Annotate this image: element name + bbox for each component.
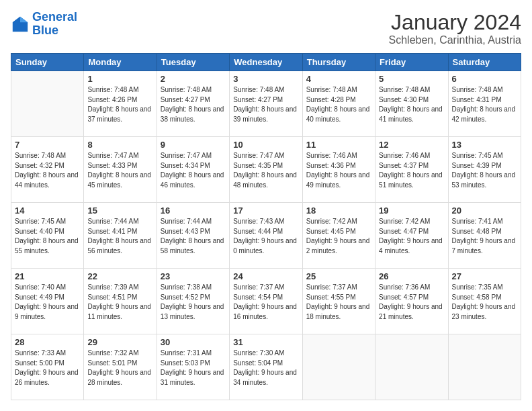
calendar-day-cell: 13 Sunrise: 7:45 AM Sunset: 4:39 PM Dayl… [448,137,521,203]
sunrise: Sunrise: 7:47 AM [233,152,284,159]
sunrise: Sunrise: 7:37 AM [306,283,357,291]
title-block: January 2024 Schleben, Carinthia, Austri… [389,11,521,46]
day-info: Sunrise: 7:32 AM Sunset: 5:01 PM Dayligh… [87,349,152,387]
daylight: Daylight: 8 hours and 39 minutes. [233,105,297,123]
calendar-day-cell: 23 Sunrise: 7:38 AM Sunset: 4:52 PM Dayl… [157,269,229,334]
day-number: 21 [15,271,80,281]
sunset: Sunset: 4:43 PM [161,228,210,235]
calendar-day-cell: 9 Sunrise: 7:47 AM Sunset: 4:34 PM Dayli… [157,137,229,203]
logo: General Blue [11,11,77,38]
day-number: 17 [233,205,298,216]
calendar-day-cell: 5 Sunrise: 7:48 AM Sunset: 4:30 PM Dayli… [375,71,448,137]
day-number: 5 [379,74,444,84]
day-info: Sunrise: 7:33 AM Sunset: 5:00 PM Dayligh… [15,349,80,387]
day-info: Sunrise: 7:31 AM Sunset: 5:03 PM Dayligh… [161,349,226,387]
calendar-table: Sunday Monday Tuesday Wednesday Thursday… [11,53,521,400]
day-number: 24 [233,271,298,281]
sunrise: Sunrise: 7:44 AM [87,218,138,225]
calendar-day-cell [11,71,84,137]
calendar-day-cell [375,334,448,400]
sunset: Sunset: 4:39 PM [452,162,502,169]
calendar-day-cell: 28 Sunrise: 7:33 AM Sunset: 5:00 PM Dayl… [11,334,84,400]
calendar-day-cell: 12 Sunrise: 7:46 AM Sunset: 4:37 PM Dayl… [375,137,448,203]
sunrise: Sunrise: 7:48 AM [452,86,503,93]
daylight: Daylight: 9 hours and 18 minutes. [306,303,370,320]
daylight: Daylight: 9 hours and 34 minutes. [233,369,297,386]
day-info: Sunrise: 7:48 AM Sunset: 4:31 PM Dayligh… [452,85,517,124]
calendar-day-cell: 1 Sunrise: 7:48 AM Sunset: 4:26 PM Dayli… [84,71,157,137]
sunset: Sunset: 4:49 PM [15,293,64,301]
day-number: 15 [87,205,152,216]
calendar-day-cell: 17 Sunrise: 7:43 AM Sunset: 4:44 PM Dayl… [230,203,302,269]
day-number: 6 [452,74,517,84]
daylight: Daylight: 9 hours and 23 minutes. [452,303,516,320]
calendar-day-cell: 14 Sunrise: 7:45 AM Sunset: 4:40 PM Dayl… [11,203,84,269]
calendar-week-row: 21 Sunrise: 7:40 AM Sunset: 4:49 PM Dayl… [11,269,521,334]
sunset: Sunset: 4:28 PM [306,96,356,103]
day-number: 25 [306,271,371,281]
day-info: Sunrise: 7:37 AM Sunset: 4:55 PM Dayligh… [306,283,371,322]
day-number: 12 [379,140,444,150]
sunrise: Sunrise: 7:39 AM [87,283,138,291]
daylight: Daylight: 8 hours and 45 minutes. [87,171,151,189]
sunset: Sunset: 4:27 PM [233,96,283,103]
sunrise: Sunrise: 7:45 AM [452,152,503,159]
day-number: 30 [161,337,226,347]
sunset: Sunset: 4:45 PM [306,228,356,235]
daylight: Daylight: 8 hours and 46 minutes. [161,171,224,189]
daylight: Daylight: 9 hours and 7 minutes. [452,237,516,255]
calendar-day-cell: 15 Sunrise: 7:44 AM Sunset: 4:41 PM Dayl… [84,203,157,269]
day-info: Sunrise: 7:48 AM Sunset: 4:27 PM Dayligh… [233,85,298,124]
weekday-header-row: Sunday Monday Tuesday Wednesday Thursday… [11,54,521,71]
day-info: Sunrise: 7:48 AM Sunset: 4:26 PM Dayligh… [87,85,152,124]
day-number: 27 [452,271,517,281]
sunset: Sunset: 4:55 PM [306,293,356,301]
day-info: Sunrise: 7:48 AM Sunset: 4:27 PM Dayligh… [161,85,226,124]
calendar-day-cell: 19 Sunrise: 7:42 AM Sunset: 4:47 PM Dayl… [375,203,448,269]
day-info: Sunrise: 7:35 AM Sunset: 4:58 PM Dayligh… [452,283,517,322]
daylight: Daylight: 8 hours and 37 minutes. [87,105,151,123]
sunset: Sunset: 5:04 PM [233,359,283,367]
calendar-day-cell: 2 Sunrise: 7:48 AM Sunset: 4:27 PM Dayli… [157,71,229,137]
day-info: Sunrise: 7:47 AM Sunset: 4:35 PM Dayligh… [233,151,298,190]
daylight: Daylight: 9 hours and 28 minutes. [87,369,151,386]
page: General Blue January 2024 Schleben, Cari… [0,0,532,411]
day-info: Sunrise: 7:30 AM Sunset: 5:04 PM Dayligh… [233,349,298,387]
day-number: 13 [452,140,517,150]
day-info: Sunrise: 7:43 AM Sunset: 4:44 PM Dayligh… [233,217,298,256]
day-info: Sunrise: 7:41 AM Sunset: 4:48 PM Dayligh… [452,217,517,256]
day-number: 18 [306,205,371,216]
day-info: Sunrise: 7:44 AM Sunset: 4:43 PM Dayligh… [161,217,226,256]
day-number: 9 [161,140,226,150]
sunset: Sunset: 4:35 PM [233,162,283,169]
sunset: Sunset: 5:00 PM [15,359,64,367]
day-number: 2 [161,74,226,84]
daylight: Daylight: 9 hours and 26 minutes. [15,369,79,386]
sunrise: Sunrise: 7:31 AM [161,349,212,357]
daylight: Daylight: 8 hours and 56 minutes. [87,237,151,255]
sunrise: Sunrise: 7:42 AM [306,218,357,225]
sunset: Sunset: 4:26 PM [87,96,137,103]
calendar-day-cell [448,334,521,400]
sunset: Sunset: 4:33 PM [87,162,137,169]
day-info: Sunrise: 7:40 AM Sunset: 4:49 PM Dayligh… [15,283,80,322]
sunset: Sunset: 4:32 PM [15,162,64,169]
daylight: Daylight: 9 hours and 9 minutes. [15,303,79,320]
day-number: 7 [15,140,80,150]
daylight: Daylight: 9 hours and 2 minutes. [306,237,370,255]
daylight: Daylight: 9 hours and 21 minutes. [379,303,443,320]
day-number: 10 [233,140,298,150]
sunset: Sunset: 4:27 PM [161,96,210,103]
day-info: Sunrise: 7:48 AM Sunset: 4:32 PM Dayligh… [15,151,80,190]
sunset: Sunset: 4:44 PM [233,228,283,235]
daylight: Daylight: 9 hours and 31 minutes. [161,369,224,386]
daylight: Daylight: 8 hours and 55 minutes. [15,237,79,255]
day-number: 4 [306,74,371,84]
daylight: Daylight: 8 hours and 53 minutes. [452,171,516,189]
calendar-day-cell: 7 Sunrise: 7:48 AM Sunset: 4:32 PM Dayli… [11,137,84,203]
sunrise: Sunrise: 7:43 AM [233,218,284,225]
sunrise: Sunrise: 7:47 AM [87,152,138,159]
calendar-day-cell: 26 Sunrise: 7:36 AM Sunset: 4:57 PM Dayl… [375,269,448,334]
calendar-day-cell: 4 Sunrise: 7:48 AM Sunset: 4:28 PM Dayli… [302,71,375,137]
day-info: Sunrise: 7:36 AM Sunset: 4:57 PM Dayligh… [379,283,444,322]
